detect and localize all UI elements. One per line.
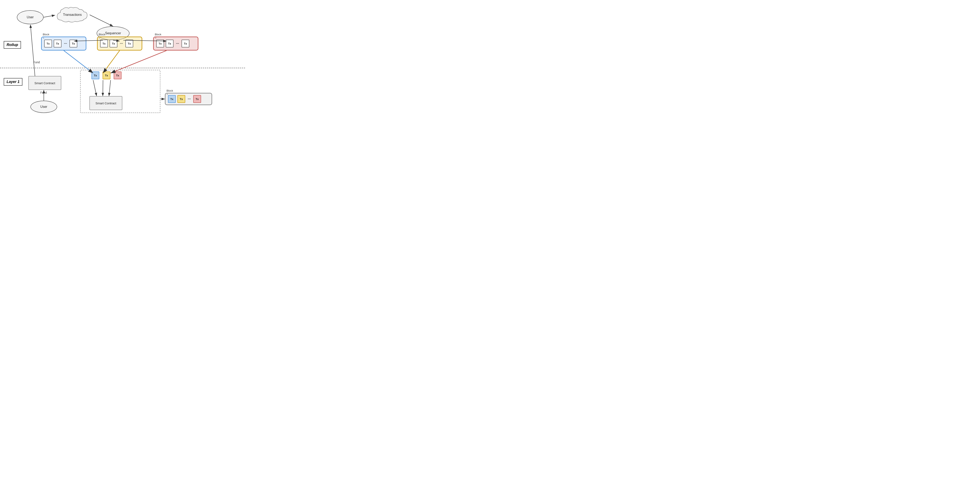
user-top-ellipse: User bbox=[17, 10, 44, 24]
rollup-block2: Tx Tx ··· Tx bbox=[97, 36, 142, 51]
rollup-text: Rollup bbox=[6, 43, 18, 47]
tx-b1-2: Tx bbox=[54, 40, 62, 48]
layer1-text: Layer 1 bbox=[6, 80, 19, 84]
tx-b2-3: Tx bbox=[126, 40, 133, 48]
l1-b1-tx-blue: Tx bbox=[168, 95, 176, 103]
tx-b1-3: Tx bbox=[70, 40, 77, 48]
transactions-label: Transactions bbox=[63, 13, 82, 17]
user-bottom-label: User bbox=[40, 105, 47, 109]
dots-b2: ··· bbox=[119, 41, 124, 46]
tx-b2-2: Tx bbox=[110, 40, 118, 48]
tx-b2-1: Tx bbox=[100, 40, 108, 48]
tx-b1-1: Tx bbox=[44, 40, 52, 48]
transactions-cloud: Transactions bbox=[55, 6, 90, 24]
rollup-block1: Tx Tx ··· Tx bbox=[41, 36, 86, 51]
l1-b1-dots: ··· bbox=[187, 97, 192, 101]
svg-line-3 bbox=[90, 15, 113, 26]
sequencer-label: Sequencer bbox=[105, 32, 121, 35]
dots-b3: ··· bbox=[175, 41, 180, 46]
smart-contract-l1-2: Smart Contract bbox=[89, 96, 123, 110]
tx-b3-2: Tx bbox=[166, 40, 173, 48]
l1-tx-yellow: Tx bbox=[103, 71, 110, 79]
l1-b1-tx-red: Tx bbox=[193, 95, 201, 103]
smart-contract-l1-label: Smart Contract bbox=[35, 81, 55, 85]
rollup-block3: Tx Tx ··· Tx bbox=[153, 36, 198, 51]
fund-label-bottom: Fund bbox=[40, 91, 47, 94]
fund-label-top: Fund bbox=[33, 60, 40, 64]
layer-separator bbox=[0, 68, 245, 68]
tx-b3-1: Tx bbox=[156, 40, 164, 48]
smart-contract-l1-2-label: Smart Contract bbox=[95, 101, 116, 105]
l1-tx-group: Tx Tx Tx bbox=[91, 71, 121, 79]
user-bottom-ellipse: User bbox=[30, 101, 57, 113]
diagram: Rollup Layer 1 User Transactions Sequenc… bbox=[0, 0, 245, 126]
user-top-label: User bbox=[27, 16, 34, 19]
l1-tx-red: Tx bbox=[114, 71, 121, 79]
svg-line-14 bbox=[30, 25, 35, 76]
svg-line-2 bbox=[44, 15, 55, 17]
tx-b3-3: Tx bbox=[181, 40, 189, 48]
layer1-label: Layer 1 bbox=[4, 78, 22, 86]
dots-b1: ··· bbox=[63, 41, 68, 46]
l1-tx-blue: Tx bbox=[91, 71, 99, 79]
l1-block1: Tx Tx ··· Tx bbox=[165, 93, 212, 105]
l1-b1-tx-yellow: Tx bbox=[177, 95, 185, 103]
smart-contract-l1: Smart Contract bbox=[29, 76, 61, 90]
rollup-label: Rollup bbox=[4, 41, 21, 49]
